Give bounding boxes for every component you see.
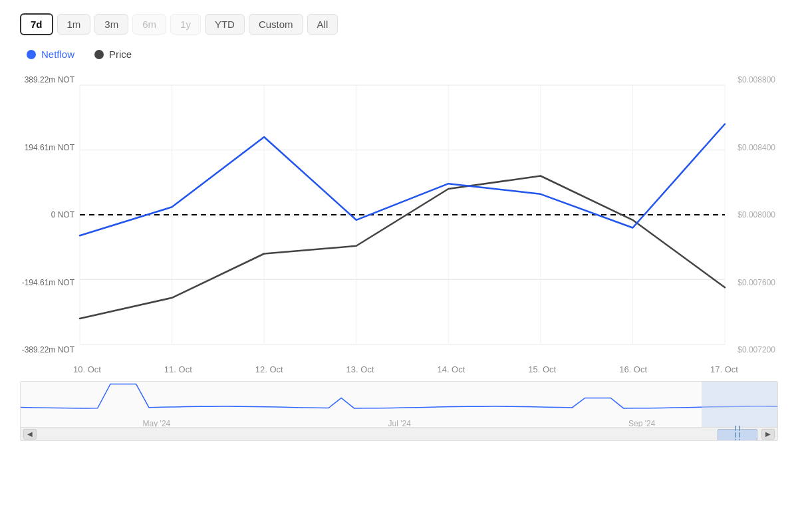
x-label: 17. Oct bbox=[710, 364, 738, 374]
legend-item-netflow: Netflow bbox=[27, 49, 74, 60]
tab-3m[interactable]: 3m bbox=[94, 14, 128, 35]
x-label: 10. Oct bbox=[73, 364, 101, 374]
nav-right-arrow[interactable]: ▶ bbox=[761, 429, 775, 440]
x-label: 13. Oct bbox=[346, 364, 374, 374]
nav-grip-left bbox=[735, 426, 736, 442]
x-label: 12. Oct bbox=[255, 364, 283, 374]
legend-dot bbox=[94, 50, 104, 59]
chart-legend: Netflow Price bbox=[27, 49, 778, 60]
x-axis-labels: 10. Oct11. Oct12. Oct13. Oct14. Oct15. O… bbox=[20, 362, 778, 374]
tab-6m: 6m bbox=[132, 14, 166, 35]
x-label: 15. Oct bbox=[528, 364, 556, 374]
tab-all[interactable]: All bbox=[307, 14, 338, 35]
main-chart-svg bbox=[20, 72, 778, 358]
nav-handle[interactable] bbox=[718, 429, 757, 441]
mini-chart-container: May '24Jul '24Sep '24 ◀ bbox=[20, 381, 778, 441]
tab-ytd[interactable]: YTD bbox=[205, 14, 245, 35]
legend-item-price: Price bbox=[94, 49, 132, 60]
tab-7d[interactable]: 7d bbox=[20, 13, 53, 35]
nav-left-arrow[interactable]: ◀ bbox=[23, 429, 37, 440]
tab-1m[interactable]: 1m bbox=[57, 14, 91, 35]
legend-dot bbox=[27, 50, 36, 59]
x-label: 16. Oct bbox=[619, 364, 647, 374]
legend-label: Price bbox=[109, 49, 132, 60]
navigator-bar: ◀ ▶ bbox=[21, 427, 777, 440]
nav-track[interactable] bbox=[39, 428, 759, 440]
main-chart-wrapper: 389.22m NOT194.61m NOT0 NOT-194.61m NOT-… bbox=[20, 72, 778, 358]
x-label: 14. Oct bbox=[437, 364, 465, 374]
legend-label: Netflow bbox=[41, 49, 74, 60]
tab-custom[interactable]: Custom bbox=[249, 14, 303, 35]
main-container: 7d1m3m6m1yYTDCustomAll Netflow Price 389… bbox=[0, 0, 798, 532]
tab-1y: 1y bbox=[170, 14, 201, 35]
time-tab-bar: 7d1m3m6m1yYTDCustomAll bbox=[20, 13, 778, 35]
nav-grip-right bbox=[739, 426, 740, 442]
x-label: 11. Oct bbox=[164, 364, 192, 374]
